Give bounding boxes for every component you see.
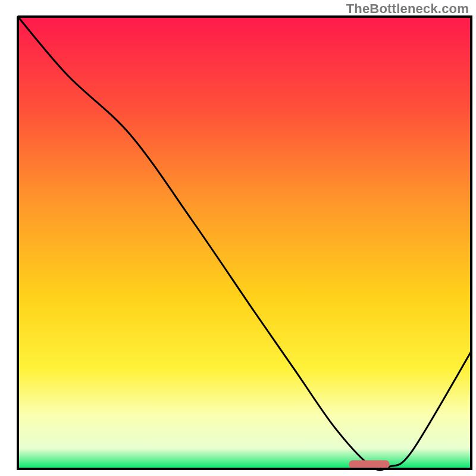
chart-background — [18, 17, 471, 469]
chart-container: TheBottleneck.com — [0, 0, 476, 476]
optimal-range-marker — [349, 460, 390, 468]
watermark-text: TheBottleneck.com — [346, 1, 469, 17]
bottleneck-chart — [0, 0, 476, 476]
